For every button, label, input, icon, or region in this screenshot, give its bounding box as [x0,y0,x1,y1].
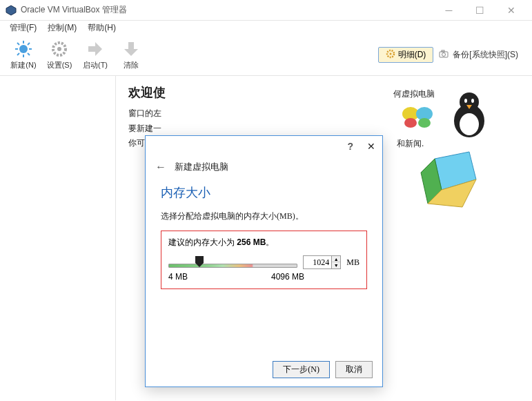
maximize-button[interactable]: ☐ [464,0,495,20]
window-title: Oracle VM VirtualBox 管理器 [21,4,433,16]
svg-point-11 [57,47,61,51]
svg-point-25 [471,99,474,103]
menu-help[interactable]: 帮助(H) [82,21,121,35]
window-titlebar: Oracle VM VirtualBox 管理器 ─ ☐ ✕ [0,0,532,21]
new-label: 新建(N) [10,60,36,70]
toolbar: 新建(N) 设置(S) 启动(T) 清除 明细(D) 备份[系统快照](S) [0,35,532,76]
cancel-button[interactable]: 取消 [335,361,373,378]
svg-point-19 [404,118,417,128]
main-area: 欢迎使 窗口的左 要新建一 你可以按 何虚拟电脑 和新闻. ? ✕ ← 新建虚拟… [0,76,532,400]
arrow-down-icon [121,39,141,59]
max-label: 4096 MB [271,272,304,282]
spinner-up[interactable]: ▲ [332,256,340,262]
svg-point-15 [442,53,446,57]
section-desc: 选择分配给虚拟电脑的内存大小(MB)。 [161,211,367,222]
svg-rect-16 [442,50,444,52]
start-button[interactable]: 启动(T) [77,37,113,73]
camera-icon [439,50,449,60]
spinner-down[interactable]: ▼ [332,262,340,268]
clear-button[interactable]: 清除 [113,37,149,73]
min-label: 4 MB [168,272,188,282]
menu-control[interactable]: 控制(M) [42,21,82,35]
back-icon[interactable]: ← [155,161,166,173]
svg-line-8 [17,53,19,55]
memory-config-box: 建议的内存大小为 256 MB。 ▲ ▼ [161,231,367,289]
clear-label: 清除 [124,60,139,70]
settings-button[interactable]: 设置(S) [41,37,77,73]
arrow-right-icon [86,39,105,59]
svg-point-1 [19,45,28,53]
svg-point-24 [464,99,467,103]
app-icon [6,5,17,16]
svg-point-20 [418,118,431,128]
gear-small-icon [386,49,395,61]
toolbar-right: 明细(D) 备份[系统快照](S) [378,47,526,63]
unit-label: MB [346,257,359,268]
minimize-button[interactable]: ─ [433,0,464,20]
start-label: 启动(T) [83,60,108,70]
svg-point-13 [389,53,391,55]
butterfly-graphic [400,104,435,131]
menubar: 管理(F) 控制(M) 帮助(H) [0,21,532,35]
slider-thumb[interactable] [195,256,204,267]
create-vm-dialog: ? ✕ ← 新建虚拟电脑 内存大小 选择分配给虚拟电脑的内存大小(MB)。 建议… [145,135,383,387]
window-controls: ─ ☐ ✕ [433,0,526,20]
recommend-text: 建议的内存大小为 256 MB。 [168,237,359,248]
section-title: 内存大小 [161,184,367,201]
svg-line-6 [17,43,19,45]
memory-slider[interactable] [168,256,297,268]
welcome-right1: 何虚拟电脑 [393,88,435,100]
penguin-graphic [449,90,490,138]
next-button[interactable]: 下一步(N) [273,361,330,378]
memory-input[interactable] [304,257,331,268]
slider-labels: 4 MB 4096 MB [168,272,359,282]
dialog-body: 内存大小 选择分配给虚拟电脑的内存大小(MB)。 建议的内存大小为 256 MB… [146,177,382,296]
svg-line-7 [28,53,30,55]
memory-spinner[interactable]: ▲ ▼ [303,255,341,269]
gear-icon [50,39,69,59]
svg-line-9 [28,43,30,45]
svg-marker-30 [195,256,204,267]
memory-slider-row: ▲ ▼ MB [168,255,359,269]
snapshot-button[interactable]: 备份[系统快照](S) [439,49,518,61]
detail-label: 明细(D) [398,49,426,61]
vm-list-pane[interactable] [0,76,116,400]
new-button[interactable]: 新建(N) [6,37,41,73]
dialog-header: ← 新建虚拟电脑 [146,157,382,177]
close-button[interactable]: ✕ [495,0,526,20]
sun-icon [14,39,33,59]
dialog-close-button[interactable]: ✕ [367,141,375,152]
snapshot-label: 备份[系统快照](S) [453,49,518,61]
cube-graphic [407,138,490,221]
dialog-header-title: 新建虚拟电脑 [175,161,228,173]
svg-marker-0 [6,6,16,15]
menu-manage[interactable]: 管理(F) [4,21,42,35]
dialog-footer: 下一步(N) 取消 [273,361,373,378]
dialog-help-button[interactable]: ? [347,141,353,152]
settings-label: 设置(S) [47,60,72,70]
detail-button[interactable]: 明细(D) [378,47,434,63]
svg-point-22 [460,113,479,135]
dialog-titlebar: ? ✕ [146,136,382,157]
